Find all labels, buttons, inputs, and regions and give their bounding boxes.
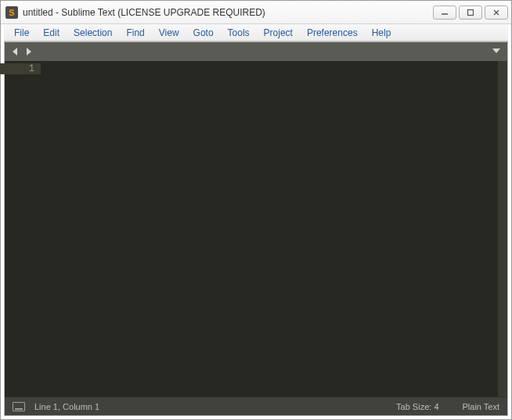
panel-toggle-icon[interactable] (13, 402, 25, 411)
menu-tools[interactable]: Tools (221, 26, 257, 40)
window-frame: untitled - Sublime Text (LICENSE UPGRADE… (0, 0, 512, 420)
menu-goto[interactable]: Goto (186, 26, 221, 40)
maximize-icon (467, 9, 474, 16)
status-bar: Line 1, Column 1 Tab Size: 4 Plain Text (5, 397, 507, 415)
menu-preferences[interactable]: Preferences (300, 26, 365, 40)
chevron-right-icon (23, 47, 33, 56)
menu-selection[interactable]: Selection (67, 26, 119, 40)
tab-bar (5, 42, 507, 61)
tab-nav-forward[interactable] (22, 47, 34, 56)
menu-find[interactable]: Find (119, 26, 151, 40)
minimize-icon (441, 9, 449, 16)
chevron-down-icon (492, 46, 501, 56)
editor-area: 1 (5, 61, 507, 397)
svg-marker-5 (27, 48, 31, 56)
status-tab-size[interactable]: Tab Size: 4 (396, 402, 438, 411)
line-number: 1 (0, 63, 41, 74)
menu-file[interactable]: File (7, 26, 36, 40)
app-icon (5, 6, 18, 19)
status-syntax[interactable]: Plain Text (463, 402, 500, 411)
menu-help[interactable]: Help (365, 26, 398, 40)
close-icon (492, 9, 500, 16)
window-title: untitled - Sublime Text (LICENSE UPGRADE… (23, 7, 433, 18)
menu-project[interactable]: Project (257, 26, 300, 40)
chevron-left-icon (11, 47, 20, 56)
titlebar[interactable]: untitled - Sublime Text (LICENSE UPGRADE… (1, 1, 511, 24)
menu-view[interactable]: View (152, 26, 186, 40)
svg-rect-1 (468, 9, 474, 15)
svg-marker-4 (13, 48, 17, 56)
minimize-button[interactable] (433, 5, 456, 20)
menu-edit[interactable]: Edit (36, 26, 67, 40)
svg-marker-6 (492, 48, 500, 53)
status-position[interactable]: Line 1, Column 1 (34, 402, 373, 411)
menubar: File Edit Selection Find View Goto Tools… (4, 24, 508, 41)
code-editor[interactable] (41, 61, 507, 397)
maximize-button[interactable] (459, 5, 482, 20)
close-button[interactable] (485, 5, 508, 20)
vertical-scrollbar[interactable] (498, 61, 507, 397)
window-controls (433, 5, 508, 20)
line-gutter: 1 (5, 61, 41, 397)
tab-nav-back[interactable] (9, 47, 22, 56)
tab-overflow-menu[interactable] (492, 46, 501, 58)
